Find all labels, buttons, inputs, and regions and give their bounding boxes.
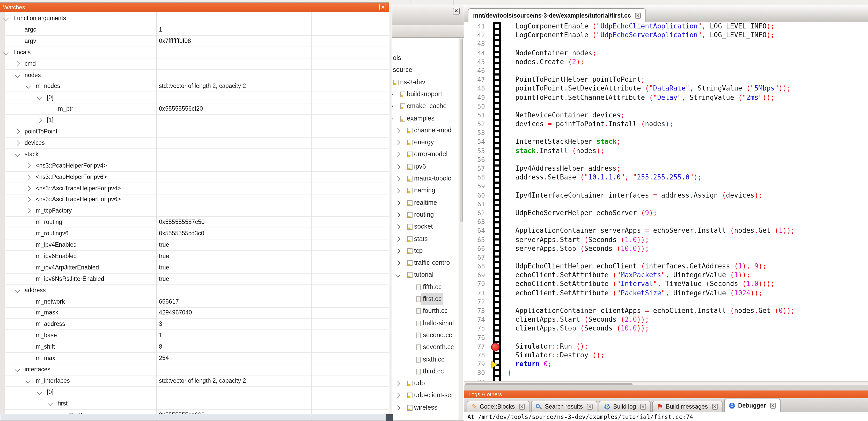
watch-row[interactable]: pointToPoint [0, 126, 389, 137]
tree-item-naming[interactable]: naming [392, 185, 464, 197]
watch-row[interactable]: <ns3::AsciiTraceHelperForIpv4> [0, 183, 389, 194]
watch-row[interactable]: devices [0, 137, 389, 149]
logs-tab-build-messages[interactable]: ⚑Build messages✕ [652, 401, 722, 412]
column-divider[interactable] [311, 12, 312, 420]
watch-row[interactable]: m_mask4294967040 [0, 307, 389, 319]
watch-row[interactable]: m_ptr0x55555556cf20 [0, 103, 389, 115]
watch-row[interactable]: Locals [0, 47, 389, 58]
watch-row[interactable]: [0] [0, 387, 389, 398]
chevron-down-icon[interactable] [37, 95, 42, 100]
tree-item-traffic-contro[interactable]: traffic-contro [392, 257, 464, 269]
tree-item-routing[interactable]: routing [392, 209, 464, 221]
chevron-right-icon[interactable] [26, 186, 31, 191]
watch-row[interactable]: m_routing0x555555587c50 [0, 217, 389, 228]
chevron-right-icon[interactable] [392, 92, 393, 97]
tree-item-fourth-cc[interactable]: fourth.cc [392, 305, 464, 317]
tree-item-hello-simul[interactable]: hello-simul [392, 317, 464, 329]
tree-item-channel-mod[interactable]: channel-mod [392, 125, 464, 136]
breakpoint-margin[interactable] [493, 22, 501, 381]
code-line-75[interactable]: 75 clientApps.Stop (Seconds (10.0)); [464, 324, 868, 333]
line-number[interactable]: 45 [464, 57, 489, 66]
tree-item-first-cc[interactable]: first.cc [392, 293, 464, 305]
code-line-48[interactable]: 48 pointToPoint.SetDeviceAttribute ("Dat… [464, 84, 868, 93]
code-line-68[interactable]: 68 UdpEchoClientHelper echoClient (inter… [464, 262, 868, 270]
code-line-78[interactable]: 78 Simulator::Destroy (); [464, 351, 868, 359]
line-number[interactable]: 59 [464, 182, 489, 191]
watch-row[interactable]: first [0, 398, 389, 409]
line-number[interactable]: 80 [464, 368, 489, 377]
code-line-64[interactable]: 64 ApplicationContainer serverApps = ech… [464, 226, 868, 235]
tree-item-second-cc[interactable]: second.cc [392, 329, 464, 342]
chevron-down-icon[interactable] [392, 116, 393, 121]
chevron-down-icon[interactable] [14, 288, 20, 293]
code-line-52[interactable]: 52 devices = pointToPoint.Install (nodes… [464, 120, 868, 128]
code-line-66[interactable]: 66 serverApps.Stop (Seconds (10.0)); [464, 244, 868, 253]
chevron-right-icon[interactable] [395, 236, 400, 241]
chevron-down-icon[interactable] [14, 367, 20, 372]
tree-item-examples[interactable]: examples [392, 112, 464, 124]
watch-row[interactable]: <ns3::AsciiTraceHelperForIpv6> [0, 194, 389, 205]
chevron-right-icon[interactable] [26, 208, 31, 214]
line-number[interactable]: 65 [464, 235, 489, 244]
logs-tab-code-blocks[interactable]: ✎Code::Blocks✕ [467, 401, 529, 412]
code-line-71[interactable]: 71 echoClient.SetAttribute ("PacketSize"… [464, 288, 868, 297]
tree-item-tcp[interactable]: tcp [392, 245, 464, 257]
watch-row[interactable]: argc1 [0, 24, 389, 36]
code-line-81[interactable]: 81 [464, 377, 868, 381]
code-line-57[interactable]: 57 Ipv4AddressHelper address; [464, 164, 868, 173]
chevron-right-icon[interactable] [26, 197, 31, 202]
code-line-61[interactable]: 61 [464, 200, 868, 208]
code-line-76[interactable]: 76 [464, 333, 868, 342]
chevron-right-icon[interactable] [392, 104, 393, 109]
code-line-60[interactable]: 60 Ipv4InterfaceContainer interfaces = a… [464, 191, 868, 199]
tree-item-third-cc[interactable]: third.cc [392, 366, 464, 378]
line-number[interactable]: 77 [464, 342, 489, 351]
chevron-down-icon[interactable] [48, 401, 53, 406]
line-number[interactable]: 44 [464, 48, 489, 57]
code-line-72[interactable]: 72 [464, 297, 868, 306]
code-line-41[interactable]: 41 LogComponentEnable ("UdpEchoClientApp… [464, 22, 868, 31]
code-line-53[interactable]: 53 [464, 129, 868, 137]
code-line-55[interactable]: 55 stack.Install (nodes); [464, 146, 868, 155]
code-line-80[interactable]: 80} [464, 368, 868, 377]
line-number[interactable]: 64 [464, 226, 489, 235]
close-icon[interactable]: ✕ [379, 4, 386, 10]
tree-item-wireless[interactable]: wireless [392, 401, 464, 414]
watch-row[interactable]: m_tcpFactory [0, 205, 389, 217]
close-icon[interactable]: ✕ [712, 404, 718, 409]
chevron-right-icon[interactable] [14, 61, 20, 66]
tree-item-buildsupport[interactable]: buildsupport [392, 89, 464, 100]
watch-row[interactable]: m_address3 [0, 319, 389, 330]
line-number[interactable]: 41 [464, 22, 489, 31]
logs-titlebar[interactable]: Logs & others [464, 390, 868, 398]
line-number[interactable]: 46 [464, 66, 489, 75]
close-icon[interactable]: ✕ [635, 13, 641, 19]
code-line-46[interactable]: 46 [464, 66, 868, 75]
tree-item-ols[interactable]: ols [392, 52, 464, 64]
code-line-70[interactable]: 70 echoClient.SetAttribute ("Interval", … [464, 280, 868, 288]
line-number[interactable]: 81 [464, 377, 489, 381]
tree-item-socket[interactable]: socket [392, 221, 464, 233]
watch-row[interactable]: m_ipv6NsRsJitterEnabledtrue [0, 273, 389, 285]
code-line-43[interactable]: 43 [464, 39, 868, 48]
tree-item-tutorial[interactable]: tutorial [392, 269, 464, 281]
line-number[interactable]: 56 [464, 155, 489, 164]
line-number[interactable]: 60 [464, 191, 489, 199]
chevron-down-icon[interactable] [37, 389, 42, 395]
watch-row[interactable]: m_interfacesstd::vector of length 2, cap… [0, 376, 389, 387]
chevron-right-icon[interactable] [26, 163, 31, 168]
line-number[interactable]: 76 [464, 333, 489, 342]
tree-vertical-scrollbar[interactable] [459, 38, 463, 420]
tree-item-udp-client-ser[interactable]: udp-client-ser [392, 390, 464, 401]
code-line-62[interactable]: 62 UdpEchoServerHelper echoServer (9); [464, 208, 868, 217]
watch-row[interactable]: Function arguments [0, 13, 389, 24]
watch-row[interactable]: address [0, 285, 389, 296]
tree-item-fifth-cc[interactable]: fifth.cc [392, 281, 464, 293]
watch-row[interactable]: cmd [0, 58, 389, 70]
line-number[interactable]: 54 [464, 137, 489, 146]
tree-item-ipv6[interactable]: ipv6 [392, 161, 464, 172]
editor-tab-first-cc[interactable]: mnt/dev/tools/source/ns-3-dev/examples/t… [468, 8, 646, 23]
watch-row[interactable]: m_nodesstd::vector of length 2, capacity… [0, 81, 389, 92]
chevron-down-icon[interactable] [14, 152, 20, 157]
project-tree-titlebar[interactable]: ✕ [392, 5, 464, 25]
